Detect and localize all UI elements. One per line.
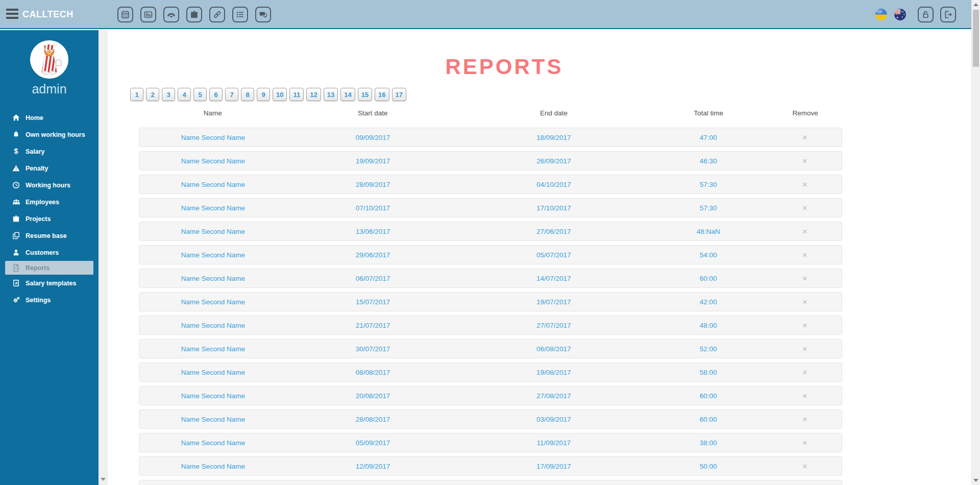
unlock-button[interactable] bbox=[918, 7, 934, 22]
scrollbar-thumb[interactable] bbox=[973, 10, 979, 67]
remove-row-button[interactable]: × bbox=[802, 415, 807, 424]
report-end-date: 03/09/2017 bbox=[459, 416, 649, 423]
report-name-link[interactable]: Name Second Name bbox=[139, 322, 287, 329]
report-total-time: 52:00 bbox=[649, 345, 768, 353]
sidebar-item-home[interactable]: Home bbox=[0, 109, 99, 126]
remove-row-button[interactable]: × bbox=[802, 298, 807, 306]
content-left-scrollbar[interactable] bbox=[99, 30, 108, 485]
phone-button[interactable] bbox=[163, 7, 179, 22]
calendar-button[interactable] bbox=[117, 7, 133, 22]
report-name-link[interactable]: Name Second Name bbox=[139, 228, 287, 235]
report-name-link[interactable]: Name Second Name bbox=[139, 251, 287, 259]
report-name-link[interactable]: Name Second Name bbox=[139, 345, 287, 353]
report-name-link[interactable]: Name Second Name bbox=[139, 204, 287, 212]
pagination-page-button[interactable]: 2 bbox=[146, 88, 159, 101]
briefcase-button[interactable] bbox=[186, 7, 202, 22]
report-end-date: 06/08/2017 bbox=[459, 345, 649, 353]
sidebar-item-customers[interactable]: Customers bbox=[0, 244, 99, 261]
book-icon: A bbox=[11, 279, 21, 287]
remove-row-button[interactable]: × bbox=[802, 180, 807, 189]
table-row: Name Second Name 09/09/2017 18/09/2017 4… bbox=[139, 128, 842, 147]
report-total-time: 38:00 bbox=[649, 439, 768, 447]
sidebar-item-resume-base[interactable]: Resume base bbox=[0, 227, 99, 244]
report-name-link[interactable]: Name Second Name bbox=[139, 439, 287, 447]
pagination-page-button[interactable]: 4 bbox=[178, 88, 191, 101]
report-name-link[interactable]: Name Second Name bbox=[139, 157, 287, 165]
pagination-page-button[interactable]: 9 bbox=[257, 88, 270, 101]
report-name-link[interactable]: Name Second Name bbox=[139, 392, 287, 400]
pagination-page-button[interactable]: 15 bbox=[358, 88, 372, 101]
remove-row-button[interactable]: × bbox=[802, 368, 807, 377]
scroll-down-arrow-icon[interactable] bbox=[101, 478, 106, 481]
remove-row-button[interactable]: × bbox=[802, 462, 807, 471]
pagination-page-button[interactable]: 7 bbox=[225, 88, 238, 101]
remove-row-button[interactable]: × bbox=[802, 274, 807, 283]
report-name-link[interactable]: Name Second Name bbox=[139, 181, 287, 188]
clock-icon bbox=[11, 181, 21, 189]
remove-row-button[interactable]: × bbox=[802, 227, 807, 236]
table-row: Name Second Name 20/08/2017 27/08/2017 6… bbox=[139, 386, 842, 405]
remove-row-button[interactable]: × bbox=[802, 133, 807, 142]
sidebar-item-settings[interactable]: Settings bbox=[0, 292, 99, 308]
vertical-scrollbar[interactable] bbox=[971, 0, 980, 485]
sidebar-item-penalty[interactable]: Penalty bbox=[0, 160, 99, 177]
briefcase-icon bbox=[190, 10, 199, 19]
remove-row-button[interactable]: × bbox=[802, 345, 807, 353]
table-row: Name Second Name 21/07/2017 27/07/2017 4… bbox=[139, 316, 842, 335]
report-start-date: 05/09/2017 bbox=[287, 439, 459, 447]
pagination-page-button[interactable]: 3 bbox=[162, 88, 175, 101]
sidebar-item-salary-templates[interactable]: A Salary templates bbox=[0, 275, 99, 292]
sidebar-item-employees[interactable]: Employees bbox=[0, 193, 99, 210]
phone-icon bbox=[167, 10, 176, 19]
australia-flag-icon[interactable] bbox=[894, 8, 906, 21]
table-row: Name Second Name 06/07/2017 14/07/2017 6… bbox=[139, 269, 842, 288]
column-header-start-date: Start date bbox=[286, 109, 459, 117]
remove-row-button[interactable]: × bbox=[802, 439, 807, 447]
pagination-page-button[interactable]: 8 bbox=[241, 88, 254, 101]
sidebar-item-projects[interactable]: Projects bbox=[0, 210, 99, 227]
pagination-page-button[interactable]: 11 bbox=[289, 88, 304, 101]
sidebar-item-working-hours[interactable]: Working hours bbox=[0, 177, 99, 193]
pagination-page-button[interactable]: 16 bbox=[375, 88, 389, 101]
scroll-down-arrow-icon[interactable] bbox=[973, 479, 978, 482]
scroll-up-arrow-icon[interactable] bbox=[973, 3, 978, 6]
report-end-date: 27/08/2017 bbox=[459, 392, 649, 400]
sidebar-item-reports[interactable]: Reports bbox=[5, 261, 93, 275]
top-header-bar: CALLTECH bbox=[0, 0, 971, 29]
pagination-page-button[interactable]: 13 bbox=[324, 88, 338, 101]
report-start-date: 28/09/2017 bbox=[287, 181, 459, 188]
remove-row-button[interactable]: × bbox=[802, 204, 807, 212]
ukraine-flag-icon[interactable] bbox=[875, 8, 888, 21]
report-name-link[interactable]: Name Second Name bbox=[139, 416, 287, 423]
pagination-page-button[interactable]: 5 bbox=[193, 88, 207, 101]
remove-row-button[interactable]: × bbox=[802, 321, 807, 330]
avatar[interactable] bbox=[30, 40, 68, 79]
remove-row-button[interactable]: × bbox=[802, 392, 807, 400]
comments-button[interactable] bbox=[255, 7, 271, 22]
pagination-page-button[interactable]: 12 bbox=[306, 88, 321, 101]
remove-row-button[interactable]: × bbox=[802, 157, 807, 165]
report-end-date: 26/09/2017 bbox=[459, 157, 649, 165]
pagination-page-button[interactable]: 17 bbox=[392, 88, 406, 101]
dollar-icon: $ bbox=[11, 148, 21, 155]
report-name-link[interactable]: Name Second Name bbox=[139, 134, 287, 141]
hamburger-menu-icon[interactable] bbox=[6, 9, 18, 20]
report-name-link[interactable]: Name Second Name bbox=[139, 369, 287, 376]
sign-out-button[interactable] bbox=[940, 7, 956, 22]
list-button[interactable] bbox=[232, 7, 248, 22]
unlock-icon bbox=[921, 10, 930, 19]
address-card-button[interactable] bbox=[140, 7, 156, 22]
sidebar-item-own-working-hours[interactable]: Own working hours bbox=[0, 126, 99, 143]
link-button[interactable] bbox=[209, 7, 225, 22]
pagination: 1 2 3 4 5 6 7 8 9 10 bbox=[130, 88, 842, 101]
pagination-page-button[interactable]: 6 bbox=[209, 88, 223, 101]
pagination-page-button[interactable]: 14 bbox=[340, 88, 355, 101]
pagination-page-button[interactable]: 10 bbox=[273, 88, 287, 101]
report-name-link[interactable]: Name Second Name bbox=[139, 463, 287, 470]
report-name-link[interactable]: Name Second Name bbox=[139, 298, 287, 306]
sidebar-item-salary[interactable]: $ Salary bbox=[0, 143, 99, 160]
pagination-page-button[interactable]: 1 bbox=[130, 88, 143, 101]
brand-logo: CALLTECH bbox=[22, 9, 74, 20]
report-name-link[interactable]: Name Second Name bbox=[139, 275, 287, 282]
remove-row-button[interactable]: × bbox=[802, 251, 807, 259]
